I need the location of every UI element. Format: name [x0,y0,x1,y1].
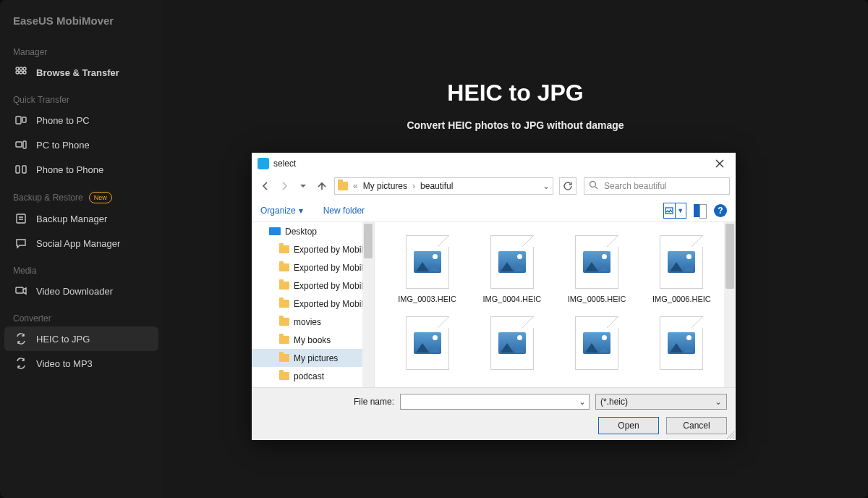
desktop-icon [269,227,281,235]
sidebar-item-label: Video Downloader [36,286,113,297]
nav-forward-button[interactable] [276,178,292,194]
convert-image-icon [14,332,27,345]
files-pane: IMG_0003.HEIC IMG_0004.HEIC IMG_0005.HEI… [375,222,736,387]
chevron-down-icon: ▼ [676,203,686,218]
file-open-dialog: select « My pictures › beautiful ⌄ Searc… [252,153,736,440]
sidebar-item-video-to-mp3[interactable]: Video to MP3 [4,351,158,376]
sidebar: EaseUS MobiMover Manager Browse & Transf… [0,0,163,498]
svg-point-18 [590,182,596,187]
chevron-down-icon[interactable]: ⌄ [715,397,722,407]
folder-icon [279,318,289,326]
svg-rect-9 [23,141,26,148]
chat-icon [14,237,27,250]
dialog-titlebar: select [252,153,736,174]
file-item[interactable]: IMG_0009.HEIC [562,316,632,384]
tree-item[interactable]: Exported by MobiMover [252,258,374,277]
phone-phone-icon [14,163,27,176]
tree-item[interactable]: My books [252,331,374,349]
preview-pane-button[interactable] [694,204,707,217]
backup-icon [14,212,27,225]
file-item[interactable]: IMG_0003.HEIC [392,235,462,303]
folder-icon [338,182,348,190]
section-quick-transfer: Quick Transfer [0,85,163,108]
resize-grip-icon[interactable] [726,430,734,439]
file-item[interactable]: IMG_0008.HEIC [477,316,547,384]
file-item[interactable]: IMG_0010.HEIC [647,316,717,384]
breadcrumb-sep: › [410,181,417,191]
heic-file-icon [575,235,618,289]
svg-rect-10 [16,166,20,173]
nav-recent-button[interactable] [295,178,311,194]
section-manager: Manager [0,37,163,60]
tree-item-desktop[interactable]: Desktop [252,222,374,240]
address-bar[interactable]: « My pictures › beautiful ⌄ [334,177,553,195]
sidebar-item-label: Social App Manager [36,238,120,249]
cancel-button[interactable]: Cancel [666,417,727,434]
tree-item[interactable]: podcast [252,367,374,385]
file-item[interactable]: IMG_0004.HEIC [477,235,547,303]
chevron-down-icon[interactable]: ⌄ [579,397,586,407]
view-mode-control[interactable]: ▼ [663,203,686,219]
sidebar-item-phone-to-pc[interactable]: Phone to PC [4,108,158,132]
phone-pc-icon [14,114,27,127]
chevron-down-icon[interactable]: ⌄ [542,181,550,191]
folder-icon [279,372,289,380]
dialog-footer: File name: ⌄ (*.heic)⌄ Open Cancel [252,387,736,440]
folder-icon [279,354,289,362]
sidebar-item-heic-to-jpg[interactable]: HEIC to JPG [4,326,158,351]
heic-file-icon [660,316,703,370]
sidebar-item-backup-manager[interactable]: Backup Manager [4,206,158,231]
dialog-close-button[interactable] [710,153,730,174]
new-folder-button[interactable]: New folder [323,206,365,216]
sidebar-item-pc-to-phone[interactable]: PC to Phone [4,132,158,157]
tree-item-selected[interactable]: My pictures [252,349,374,367]
file-item[interactable]: IMG_0005.HEIC [562,235,632,303]
tree-scrollbar[interactable] [362,222,374,387]
svg-point-1 [20,67,22,70]
sidebar-item-phone-to-phone[interactable]: Phone to Phone [4,157,158,182]
nav-back-button[interactable] [258,178,273,194]
app-title: EaseUS MobiMover [0,0,163,37]
heic-file-icon [490,235,534,289]
section-backup-restore: Backup & Restore New [0,182,163,206]
sidebar-item-browse-transfer[interactable]: Browse & Transfer [4,60,158,85]
open-button[interactable]: Open [598,417,659,434]
section-media: Media [0,256,163,279]
nav-up-button[interactable] [314,178,330,194]
tree-item[interactable]: Exported by MobiMover [252,277,374,295]
filename-label: File name: [354,397,394,407]
organize-button[interactable]: Organize▾ [260,206,303,216]
heic-file-icon [406,316,449,370]
breadcrumb-sep: « [351,181,360,191]
file-item[interactable]: IMG_0006.HEIC [647,235,717,303]
search-input[interactable]: Search beautiful [584,177,730,195]
refresh-button[interactable] [559,177,576,195]
sidebar-item-video-downloader[interactable]: Video Downloader [4,279,158,303]
svg-rect-8 [16,142,22,147]
heic-file-icon [660,235,703,289]
help-button[interactable]: ? [714,204,727,217]
dialog-nav: « My pictures › beautiful ⌄ Search beaut… [252,174,736,199]
folder-icon [279,263,289,271]
video-download-icon [14,284,27,297]
file-item[interactable]: IMG_0007.HEIC [392,316,462,384]
dialog-app-icon [258,158,269,169]
sidebar-item-label: Backup Manager [36,214,107,224]
dialog-toolbar: Organize▾ New folder ▼ ? [252,199,736,222]
folder-tree: Desktop Exported by MobiMover Exported b… [252,222,375,387]
svg-point-5 [23,71,26,74]
breadcrumb-part[interactable]: My pictures [363,181,407,191]
files-scrollbar[interactable] [724,222,736,387]
tree-item[interactable]: Exported by MobiMover [252,240,374,258]
sidebar-item-label: Browse & Transfer [36,67,119,78]
sidebar-item-label: Phone to PC [36,115,90,126]
tree-item[interactable]: Exported by MobiMover [252,295,374,313]
file-type-filter[interactable]: (*.heic)⌄ [595,394,727,410]
breadcrumb-part[interactable]: beautiful [420,181,453,191]
svg-rect-6 [16,117,21,124]
svg-rect-11 [22,166,26,173]
filename-input[interactable]: ⌄ [400,394,590,410]
tree-item[interactable]: movies [252,313,374,331]
sidebar-item-social-app-manager[interactable]: Social App Manager [4,231,158,256]
svg-rect-12 [17,214,25,223]
